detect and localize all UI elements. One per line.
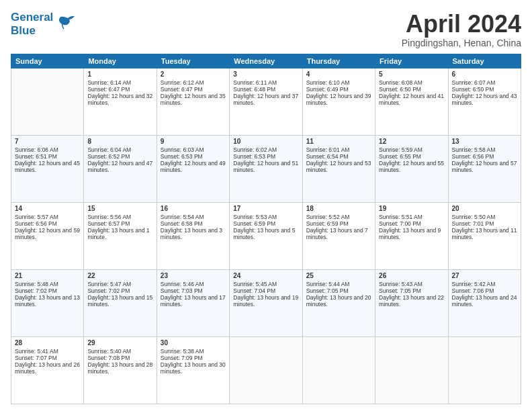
sunset-text: Sunset: 6:59 PM (233, 220, 298, 227)
sunrise-text: Sunrise: 5:52 AM (306, 214, 371, 220)
calendar-cell: 8Sunrise: 6:04 AMSunset: 6:52 PMDaylight… (84, 135, 157, 202)
sunset-text: Sunset: 6:59 PM (306, 220, 371, 227)
day-number: 9 (161, 138, 226, 145)
day-number: 25 (306, 272, 371, 279)
calendar-cell (230, 336, 302, 404)
calendar-cell: 27Sunrise: 5:42 AMSunset: 7:06 PMDayligh… (448, 269, 521, 336)
sunset-text: Sunset: 7:04 PM (233, 287, 298, 294)
sunset-text: Sunset: 6:47 PM (161, 86, 226, 93)
calendar-cell (11, 68, 84, 135)
calendar-cell: 13Sunrise: 5:58 AMSunset: 6:56 PMDayligh… (448, 135, 521, 202)
calendar-cell: 7Sunrise: 6:06 AMSunset: 6:51 PMDaylight… (11, 135, 84, 202)
calendar-cell: 22Sunrise: 5:47 AMSunset: 7:02 PMDayligh… (84, 269, 157, 336)
page: General Blue April 2024 Pingdingshan, He… (0, 0, 532, 411)
day-number: 13 (452, 138, 517, 145)
daylight-text: Daylight: 12 hours and 45 minutes. (15, 160, 80, 173)
header: General Blue April 2024 Pingdingshan, He… (11, 11, 521, 48)
sunrise-text: Sunrise: 5:42 AM (452, 281, 517, 287)
daylight-text: Daylight: 13 hours and 30 minutes. (161, 361, 226, 375)
calendar-cell: 17Sunrise: 5:53 AMSunset: 6:59 PMDayligh… (230, 202, 302, 269)
sunset-text: Sunset: 7:09 PM (161, 355, 226, 361)
calendar-cell: 26Sunrise: 5:43 AMSunset: 7:05 PMDayligh… (375, 269, 448, 336)
calendar-cell: 19Sunrise: 5:51 AMSunset: 7:00 PMDayligh… (375, 202, 448, 269)
sunrise-text: Sunrise: 5:40 AM (87, 348, 152, 355)
sunset-text: Sunset: 6:51 PM (15, 153, 80, 160)
day-number: 8 (87, 138, 152, 145)
day-number: 24 (233, 272, 298, 279)
sunset-text: Sunset: 7:06 PM (452, 287, 517, 294)
calendar-cell: 14Sunrise: 5:57 AMSunset: 6:56 PMDayligh… (11, 202, 84, 269)
daylight-text: Daylight: 13 hours and 7 minutes. (306, 227, 371, 240)
daylight-text: Daylight: 12 hours and 41 minutes. (379, 93, 444, 106)
day-number: 14 (15, 205, 80, 212)
daylight-text: Daylight: 13 hours and 24 minutes. (452, 294, 517, 308)
sunset-text: Sunset: 6:53 PM (233, 153, 298, 160)
sunrise-text: Sunrise: 6:12 AM (161, 79, 226, 86)
sunset-text: Sunset: 6:56 PM (452, 153, 517, 160)
sunset-text: Sunset: 6:53 PM (161, 153, 226, 160)
week-row-1: 1Sunrise: 6:14 AMSunset: 6:47 PMDaylight… (11, 68, 521, 135)
calendar-cell: 18Sunrise: 5:52 AMSunset: 6:59 PMDayligh… (302, 202, 375, 269)
col-header-monday: Monday (84, 54, 157, 68)
calendar-cell: 5Sunrise: 6:08 AMSunset: 6:50 PMDaylight… (375, 68, 448, 135)
col-header-wednesday: Wednesday (230, 54, 302, 68)
sunrise-text: Sunrise: 6:07 AM (452, 79, 517, 86)
daylight-text: Daylight: 12 hours and 43 minutes. (452, 93, 517, 106)
week-row-3: 14Sunrise: 5:57 AMSunset: 6:56 PMDayligh… (11, 202, 521, 269)
day-number: 1 (87, 71, 152, 78)
day-number: 10 (233, 138, 298, 145)
day-number: 5 (379, 71, 444, 78)
sunset-text: Sunset: 6:55 PM (379, 153, 444, 160)
calendar-cell: 9Sunrise: 6:03 AMSunset: 6:53 PMDaylight… (157, 135, 229, 202)
sunrise-text: Sunrise: 6:03 AM (161, 146, 226, 153)
day-number: 22 (87, 272, 152, 279)
calendar-cell: 11Sunrise: 6:01 AMSunset: 6:54 PMDayligh… (302, 135, 375, 202)
day-number: 30 (161, 339, 226, 347)
calendar-cell: 20Sunrise: 5:50 AMSunset: 7:01 PMDayligh… (448, 202, 521, 269)
sunrise-text: Sunrise: 6:14 AM (87, 79, 152, 86)
sunset-text: Sunset: 6:47 PM (87, 86, 152, 93)
sunrise-text: Sunrise: 5:54 AM (161, 214, 226, 220)
calendar-cell (375, 336, 448, 404)
title-area: April 2024 Pingdingshan, Henan, China (402, 11, 521, 48)
logo-line2: Blue (11, 24, 53, 38)
sunrise-text: Sunrise: 5:58 AM (452, 146, 517, 153)
header-row: SundayMondayTuesdayWednesdayThursdayFrid… (11, 54, 521, 68)
sunrise-text: Sunrise: 5:43 AM (379, 281, 444, 287)
calendar-cell: 1Sunrise: 6:14 AMSunset: 6:47 PMDaylight… (84, 68, 157, 135)
daylight-text: Daylight: 13 hours and 3 minutes. (161, 227, 226, 240)
daylight-text: Daylight: 12 hours and 37 minutes. (233, 93, 298, 106)
calendar-cell: 2Sunrise: 6:12 AMSunset: 6:47 PMDaylight… (157, 68, 229, 135)
sunrise-text: Sunrise: 5:53 AM (233, 214, 298, 220)
logo: General Blue (11, 11, 76, 37)
sunrise-text: Sunrise: 6:01 AM (306, 146, 371, 153)
col-header-sunday: Sunday (11, 54, 84, 68)
calendar-cell: 29Sunrise: 5:40 AMSunset: 7:08 PMDayligh… (84, 336, 157, 404)
daylight-text: Daylight: 13 hours and 13 minutes. (15, 294, 80, 308)
day-number: 28 (15, 339, 80, 347)
day-number: 7 (15, 138, 80, 145)
daylight-text: Daylight: 12 hours and 51 minutes. (233, 160, 298, 173)
daylight-text: Daylight: 13 hours and 1 minute. (87, 227, 152, 240)
day-number: 21 (15, 272, 80, 279)
day-number: 12 (379, 138, 444, 145)
sunset-text: Sunset: 7:01 PM (452, 220, 517, 227)
sunrise-text: Sunrise: 6:08 AM (379, 79, 444, 86)
sunrise-text: Sunrise: 6:10 AM (306, 79, 371, 86)
sunrise-text: Sunrise: 5:47 AM (87, 281, 152, 287)
daylight-text: Daylight: 12 hours and 53 minutes. (306, 160, 371, 173)
sunrise-text: Sunrise: 5:48 AM (15, 281, 80, 287)
sunset-text: Sunset: 7:02 PM (87, 287, 152, 294)
sunrise-text: Sunrise: 5:50 AM (452, 214, 517, 220)
sunrise-text: Sunrise: 5:41 AM (15, 348, 80, 355)
col-header-saturday: Saturday (448, 54, 521, 68)
calendar-cell: 23Sunrise: 5:46 AMSunset: 7:03 PMDayligh… (157, 269, 229, 336)
sunset-text: Sunset: 7:05 PM (306, 287, 371, 294)
daylight-text: Daylight: 13 hours and 26 minutes. (15, 361, 80, 375)
sunset-text: Sunset: 6:54 PM (306, 153, 371, 160)
calendar-cell: 15Sunrise: 5:56 AMSunset: 6:57 PMDayligh… (84, 202, 157, 269)
day-number: 15 (87, 205, 152, 212)
sunset-text: Sunset: 6:49 PM (306, 86, 371, 93)
daylight-text: Daylight: 13 hours and 17 minutes. (161, 294, 226, 308)
week-row-4: 21Sunrise: 5:48 AMSunset: 7:02 PMDayligh… (11, 269, 521, 336)
